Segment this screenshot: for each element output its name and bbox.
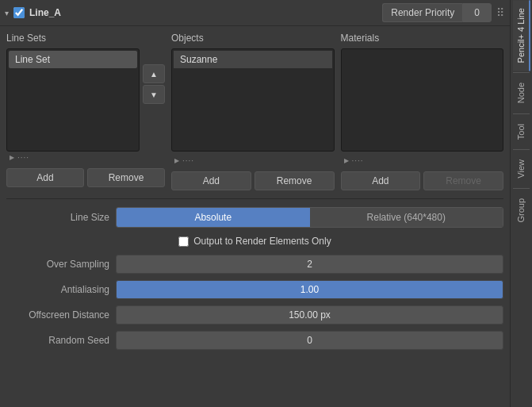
render-priority-group: Render Priority 0 — [382, 3, 492, 22]
content: Line Sets Line Set ▶ ···· ▲ ▼ — [0, 26, 510, 407]
render-priority-value[interactable]: 0 — [462, 3, 492, 22]
line-size-label: Line Size — [6, 212, 109, 223]
expand-icon[interactable]: ▾ — [5, 9, 9, 17]
sidebar-tab-pencil4line[interactable]: Pencil+ 4 Line — [513, 0, 530, 71]
random-seed-label: Random Seed — [6, 335, 109, 346]
sidebar-tab-view[interactable]: View — [513, 152, 530, 186]
header: ▾ Line_A Render Priority 0 ⠿ — [0, 0, 510, 26]
line-sets-listbox[interactable]: Line Set — [6, 48, 140, 152]
main-area: ▾ Line_A Render Priority 0 ⠿ Line Sets L… — [0, 0, 510, 407]
sidebar-divider-4 — [513, 188, 530, 189]
output-checkbox[interactable] — [178, 236, 189, 247]
objects-triangle-icon[interactable]: ▶ — [174, 157, 179, 164]
line-a-title: Line_A — [29, 7, 377, 18]
line-sets-btn-row: Add Remove — [6, 168, 165, 187]
sidebar-tab-tool[interactable]: Tool — [513, 116, 530, 148]
objects-footer: ▶ ···· — [171, 155, 335, 167]
columns-area: Line Sets Line Set ▶ ···· ▲ ▼ — [6, 33, 503, 190]
objects-remove-button[interactable]: Remove — [255, 171, 335, 190]
sidebar-tab-group[interactable]: Group — [513, 190, 530, 231]
materials-btn-row: Add Remove — [341, 171, 504, 190]
list-item[interactable]: Suzanne — [174, 51, 332, 68]
objects-add-button[interactable]: Add — [171, 171, 251, 190]
render-priority-label: Render Priority — [382, 3, 462, 22]
over-sampling-row: Over Sampling 2 — [6, 255, 503, 274]
materials-menu-dots[interactable]: ···· — [352, 156, 364, 165]
materials-add-button[interactable]: Add — [341, 171, 421, 190]
random-seed-row: Random Seed 0 — [6, 331, 503, 350]
output-checkbox-label: Output to Render Elements Only — [193, 236, 331, 247]
line-sets-add-button[interactable]: Add — [6, 168, 84, 187]
objects-menu-dots[interactable]: ···· — [182, 156, 194, 165]
move-buttons: ▲ ▼ — [143, 64, 165, 104]
sidebar: Pencil+ 4 Line Node Tool View Group — [510, 0, 532, 407]
line-size-row: Line Size Absolute Relative (640*480) — [6, 207, 503, 228]
over-sampling-field[interactable]: 2 — [116, 255, 503, 274]
line-size-relative-button[interactable]: Relative (640*480) — [310, 208, 503, 227]
antialiasing-label: Antialiasing — [6, 284, 109, 295]
offscreen-distance-label: Offscreen Distance — [6, 309, 109, 321]
header-menu-dots[interactable]: ⠿ — [496, 6, 505, 19]
materials-column: Materials ▶ ···· Add Remove — [341, 33, 504, 190]
line-sets-label: Line Sets — [6, 33, 165, 45]
over-sampling-label: Over Sampling — [6, 259, 109, 270]
sidebar-divider-2 — [513, 113, 530, 114]
line-size-absolute-button[interactable]: Absolute — [117, 208, 310, 227]
materials-listbox[interactable] — [341, 48, 504, 152]
line-sets-menu-dots[interactable]: ···· — [17, 153, 29, 162]
materials-footer: ▶ ···· — [341, 155, 504, 167]
line-sets-list-wrapper: Line Set ▶ ···· — [6, 48, 140, 163]
objects-label: Objects — [171, 33, 335, 45]
sidebar-tab-node[interactable]: Node — [513, 75, 530, 111]
divider-1 — [6, 198, 503, 199]
output-checkbox-row: Output to Render Elements Only — [6, 234, 503, 248]
line-size-toggle-group: Absolute Relative (640*480) — [116, 207, 503, 228]
line-sets-column: Line Sets Line Set ▶ ···· ▲ ▼ — [6, 33, 165, 187]
materials-remove-button[interactable]: Remove — [423, 171, 503, 190]
move-up-button[interactable]: ▲ — [143, 64, 165, 83]
offscreen-distance-row: Offscreen Distance 150.00 px — [6, 305, 503, 324]
antialiasing-field[interactable]: 1.00 — [116, 280, 503, 299]
random-seed-field[interactable]: 0 — [116, 331, 503, 350]
antialiasing-row: Antialiasing 1.00 — [6, 280, 503, 299]
objects-column: Objects Suzanne ▶ ···· Add Remove — [171, 33, 335, 190]
list-item[interactable]: Line Set — [9, 51, 137, 68]
materials-label: Materials — [341, 33, 504, 45]
line-sets-list-row: Line Set ▶ ···· ▲ ▼ — [6, 48, 165, 163]
sidebar-divider-3 — [513, 149, 530, 150]
line-sets-triangle-icon[interactable]: ▶ — [10, 154, 14, 161]
objects-listbox[interactable]: Suzanne — [171, 48, 335, 152]
line-a-checkbox[interactable] — [13, 7, 25, 18]
materials-triangle-icon[interactable]: ▶ — [344, 157, 349, 164]
sidebar-divider-1 — [513, 72, 530, 73]
objects-btn-row: Add Remove — [171, 171, 335, 190]
move-down-button[interactable]: ▼ — [143, 85, 165, 104]
line-sets-footer: ▶ ···· — [6, 152, 140, 163]
line-sets-remove-button[interactable]: Remove — [87, 168, 165, 187]
offscreen-distance-field[interactable]: 150.00 px — [116, 305, 503, 324]
